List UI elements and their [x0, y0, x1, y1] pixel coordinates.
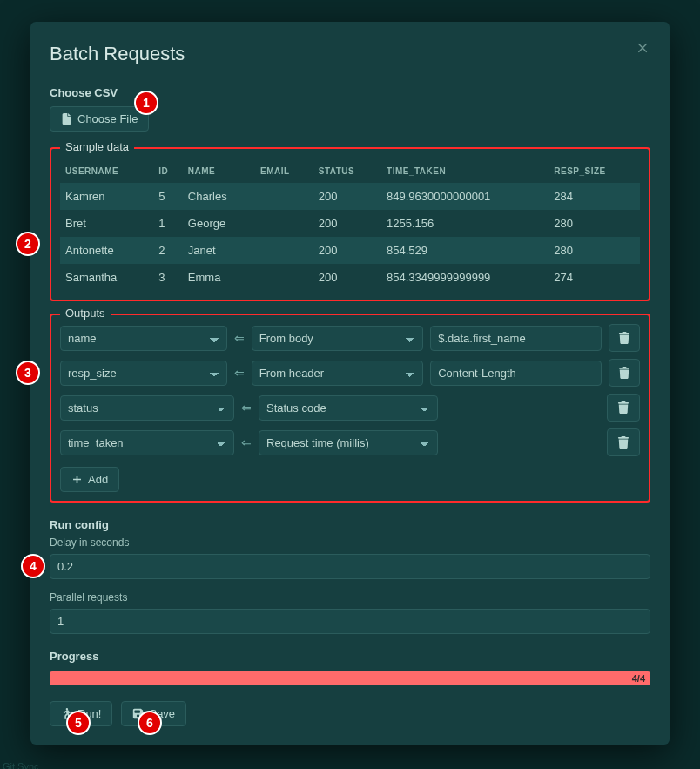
output-source-select[interactable]: From body [252, 326, 423, 351]
add-output-button[interactable]: Add [60, 467, 119, 492]
progress-fill [50, 671, 650, 685]
output-row: name⇐From body [60, 324, 640, 352]
sample-data-fieldset: Sample data USERNAME ID NAME EMAIL STATU… [50, 147, 650, 301]
bg-git-sync: Git Sync [3, 761, 39, 769]
trash-icon [617, 401, 629, 414]
run-button-label: Run! [77, 707, 101, 720]
progress-label: Progress [50, 650, 650, 663]
output-path-input[interactable] [430, 326, 602, 351]
col-time-taken: TIME_TAKEN [381, 158, 549, 183]
cell-status: 200 [313, 183, 381, 210]
footer-buttons: Run! Save [50, 701, 650, 726]
sample-data-legend: Sample data [60, 140, 134, 153]
output-source-select[interactable]: From header [252, 361, 423, 386]
outputs-legend: Outputs [60, 307, 111, 320]
cell-username: Antonette [60, 237, 153, 264]
run-config-legend: Run config [50, 518, 650, 531]
output-row: time_taken⇐Request time (millis) [60, 428, 640, 456]
table-row: Kamren5Charles200849.9630000000001284 [60, 183, 640, 210]
arrow-icon: ⇐ [241, 401, 252, 415]
cell-name: George [183, 210, 255, 237]
table-row: Bret1George2001255.156280 [60, 210, 640, 237]
cell-resp_size: 274 [549, 264, 640, 291]
table-row: Samantha3Emma200854.3349999999999274 [60, 264, 640, 291]
delay-input[interactable] [50, 554, 650, 579]
modal-title: Batch Requests [50, 43, 650, 65]
cell-time_taken: 1255.156 [381, 210, 549, 237]
delete-output-button[interactable] [609, 359, 640, 387]
outputs-fieldset: Outputs name⇐From bodyresp_size⇐From hea… [50, 314, 650, 503]
cell-username: Samantha [60, 264, 153, 291]
file-icon [61, 113, 72, 125]
sample-data-table: USERNAME ID NAME EMAIL STATUS TIME_TAKEN… [60, 158, 640, 291]
cell-time_taken: 854.3349999999999 [381, 264, 549, 291]
cell-id: 1 [153, 210, 183, 237]
delay-label: Delay in seconds [50, 536, 650, 549]
progress-bar: 4/4 [50, 671, 650, 685]
cell-resp_size: 280 [549, 237, 640, 264]
plus-icon [71, 474, 83, 485]
close-icon [636, 41, 650, 55]
delete-output-button[interactable] [609, 324, 640, 352]
output-row: status⇐Status code [60, 394, 640, 422]
trash-icon [617, 436, 629, 449]
delete-output-button[interactable] [607, 394, 640, 422]
cell-time_taken: 854.529 [381, 237, 549, 264]
table-header-row: USERNAME ID NAME EMAIL STATUS TIME_TAKEN… [60, 158, 640, 183]
col-resp-size: RESP_SIZE [549, 158, 640, 183]
cell-email [255, 264, 313, 291]
trash-icon [618, 367, 630, 379]
parallel-input[interactable] [50, 609, 650, 634]
arrow-icon: ⇐ [234, 331, 245, 345]
save-icon [132, 708, 144, 719]
trash-icon [618, 332, 630, 344]
run-button[interactable]: Run! [50, 701, 112, 726]
col-id: ID [153, 158, 183, 183]
cell-id: 3 [153, 264, 183, 291]
cell-status: 200 [313, 264, 381, 291]
cell-username: Bret [60, 210, 153, 237]
cell-resp_size: 280 [549, 210, 640, 237]
cell-resp_size: 284 [549, 183, 640, 210]
output-name-select[interactable]: resp_size [60, 361, 227, 386]
run-config-section: Run config Delay in seconds Parallel req… [50, 518, 650, 634]
cell-name: Emma [183, 264, 255, 291]
save-button[interactable]: Save [121, 701, 186, 726]
col-status: STATUS [313, 158, 381, 183]
output-source-select[interactable]: Request time (millis) [259, 430, 438, 455]
cell-email [255, 210, 313, 237]
delete-output-button[interactable] [607, 428, 640, 456]
cell-id: 2 [153, 237, 183, 264]
cell-name: Charles [183, 183, 255, 210]
close-button[interactable] [636, 39, 650, 59]
output-name-select[interactable]: name [60, 326, 227, 351]
cell-name: Janet [183, 237, 255, 264]
running-icon [61, 708, 72, 719]
cell-email [255, 183, 313, 210]
col-name: NAME [183, 158, 255, 183]
output-row: resp_size⇐From header [60, 359, 640, 387]
cell-status: 200 [313, 210, 381, 237]
output-name-select[interactable]: time_taken [60, 430, 234, 455]
cell-status: 200 [313, 237, 381, 264]
choose-file-label: Choose File [77, 112, 138, 125]
progress-section: Progress 4/4 [50, 650, 650, 685]
output-source-select[interactable]: Status code [259, 395, 438, 421]
choose-file-button[interactable]: Choose File [50, 106, 149, 132]
arrow-icon: ⇐ [241, 435, 252, 449]
parallel-label: Parallel requests [50, 591, 650, 604]
choose-csv-label: Choose CSV [50, 86, 650, 99]
table-row: Antonette2Janet200854.529280 [60, 237, 640, 264]
cell-id: 5 [153, 183, 183, 210]
save-button-label: Save [149, 707, 175, 720]
progress-text: 4/4 [632, 671, 645, 685]
col-email: EMAIL [255, 158, 313, 183]
add-output-label: Add [88, 473, 108, 486]
arrow-icon: ⇐ [234, 366, 245, 380]
output-path-input[interactable] [430, 361, 602, 386]
output-name-select[interactable]: status [60, 395, 234, 421]
cell-time_taken: 849.9630000000001 [381, 183, 549, 210]
cell-username: Kamren [60, 183, 153, 210]
cell-email [255, 237, 313, 264]
batch-requests-modal: Batch Requests Choose CSV Choose File Sa… [30, 22, 670, 745]
